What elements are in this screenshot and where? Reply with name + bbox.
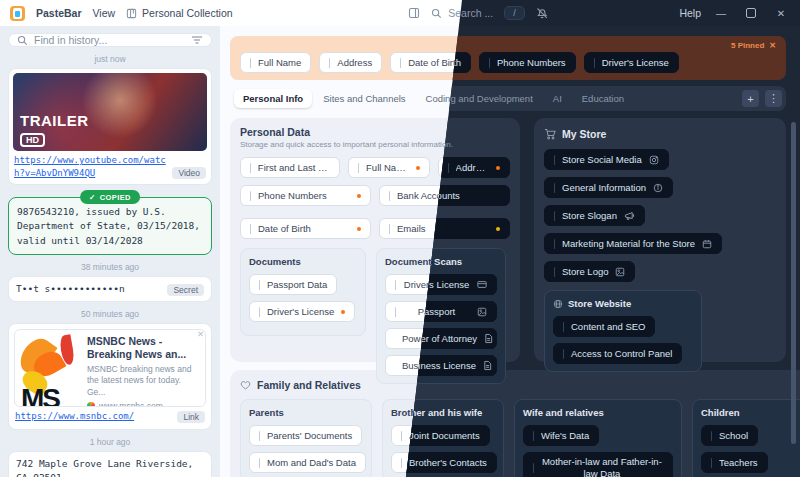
tab-personal-info[interactable]: Personal Info [234, 89, 312, 108]
more-options-button[interactable]: ⋮ [765, 90, 782, 107]
preview-domain: www.msnbc.com [87, 401, 199, 408]
board-icon [126, 8, 137, 19]
history-item-secret[interactable]: T••t s••••••••••••n Secret [8, 276, 212, 302]
clip-parents-documents[interactable]: Parents' Documents [249, 425, 362, 446]
hd-badge: HD [20, 133, 45, 147]
split-panel-icon[interactable] [408, 7, 420, 19]
history-item-link-preview[interactable]: ✕ MS MSNBC News - Breaking News an... MS… [8, 323, 212, 430]
history-group-time: 50 minutes ago [8, 309, 212, 319]
msnbc-url-link[interactable]: https://www.msnbc.com/ [15, 410, 171, 423]
social-media-icon [649, 155, 659, 165]
clip-date-of-birth[interactable]: Date of Birth [240, 218, 371, 239]
clip-mom-and-dads-data[interactable]: Mom and Dad's Data [249, 452, 366, 473]
preview-title: MSNBC News - Breaking News an... [87, 335, 199, 361]
close-icon[interactable]: ✕ [197, 329, 204, 339]
link-preview-card: MS MSNBC News - Breaking News an... MSNB… [14, 329, 206, 407]
cart-icon [544, 128, 556, 140]
info-icon [653, 183, 663, 193]
megaphone-icon [624, 211, 635, 221]
clip-mother-in-law-and-father-in-law-data[interactable]: Mother-in-law and Father-in-law Data [523, 452, 673, 477]
help-menu[interactable]: Help [679, 7, 701, 19]
search-icon [431, 8, 442, 19]
panel-title: Family and Relatives [257, 379, 361, 391]
link-type-badge: Link [177, 411, 205, 423]
clip-content-and-seo[interactable]: Content and SEO [553, 316, 655, 337]
history-search-input[interactable]: Find in history... [8, 33, 212, 47]
clip-first-and-last-name[interactable]: First and Last Name [240, 157, 340, 178]
history-item-video[interactable]: TRAILER HD https://www.youtube.com/watch… [8, 68, 212, 185]
calendar-icon [702, 239, 712, 249]
collection-label: Personal Collection [142, 7, 232, 19]
clip-teachers[interactable]: Teachers [701, 452, 768, 473]
clip-phone-numbers[interactable]: Phone Numbers [240, 185, 371, 206]
video-type-badge: Video [172, 167, 206, 179]
tab-sites-and-channels[interactable]: Sites and Channels [314, 89, 414, 108]
clip-access-to-control-panel[interactable]: Access to Control Panel [553, 343, 682, 364]
history-search-placeholder: Find in history... [34, 34, 185, 46]
video-thumbnail: TRAILER HD [13, 73, 207, 151]
filter-icon[interactable] [191, 35, 203, 45]
scrollbar-thumb[interactable] [791, 122, 796, 444]
clip-marketing-material[interactable]: Marketing Material for the Store [544, 233, 722, 254]
tab-education[interactable]: Education [573, 89, 633, 108]
clip-general-information[interactable]: General Information [544, 177, 673, 198]
group-title: Store Website [568, 298, 631, 309]
close-icon[interactable]: ✕ [769, 41, 776, 50]
pinned-clip-phone-numbers[interactable]: Phone Numbers [479, 52, 576, 73]
close-button[interactable]: ✕ [772, 8, 790, 19]
maximize-button[interactable] [746, 8, 756, 18]
heart-icon [240, 380, 251, 390]
history-group-time: 1 hour ago [8, 437, 212, 447]
pinned-clip-address[interactable]: Address [319, 52, 382, 73]
group-title: Documents [249, 256, 357, 267]
menu-view[interactable]: View [93, 7, 116, 19]
history-sidebar: Find in history... just now TRAILER HD h… [0, 26, 220, 477]
clip-full-name[interactable]: Full Name [348, 157, 430, 178]
minimize-button[interactable]: — [712, 8, 730, 19]
pinned-count[interactable]: 5 Pinned ✕ [731, 41, 776, 50]
image-icon [477, 307, 487, 317]
search-icon [17, 35, 28, 46]
pinned-clip-full-name[interactable]: Full Name [240, 52, 311, 73]
group-children: Children School Teachers Network Access [692, 399, 800, 477]
address-text: 742 Maple Grove Lane Riverside, CA 92501 [16, 457, 204, 477]
favicon-icon [87, 402, 95, 408]
search-shortcut-key: / [504, 6, 525, 20]
clip-school[interactable]: School [701, 425, 758, 446]
tab-ai[interactable]: AI [544, 89, 571, 108]
history-item-address[interactable]: 742 Maple Grove Lane Riverside, CA 92501 [8, 451, 212, 477]
history-group-time: just now [8, 54, 212, 64]
msnbc-logo-text: MS [21, 383, 59, 407]
clip-store-slogan[interactable]: Store Slogan [544, 205, 645, 226]
copied-text: 9876543210, issued by U.S. Department of… [17, 205, 203, 248]
notifications-off-icon[interactable] [536, 7, 548, 19]
pinned-clip-drivers-license[interactable]: Driver's License [584, 52, 679, 73]
add-tab-button[interactable]: + [742, 90, 759, 107]
document-icon [484, 333, 493, 344]
preview-description: MSNBC breaking news and the latest news … [87, 364, 199, 397]
group-documents: Documents Passport Data Driver's License [240, 248, 366, 336]
video-thumb-title: TRAILER [20, 112, 89, 129]
image-icon [615, 267, 625, 277]
group-store-website: Store Website Content and SEO Access to … [544, 290, 702, 372]
panel-title: My Store [562, 128, 606, 140]
id-card-icon [477, 280, 487, 289]
board-scrollbar[interactable] [791, 122, 796, 472]
clip-wifes-data[interactable]: Wife's Data [523, 425, 599, 446]
clip-store-social-media[interactable]: Store Social Media [544, 149, 669, 170]
document-icon [483, 360, 492, 371]
menu-pastebar[interactable]: PasteBar [36, 7, 82, 19]
clip-passport-data[interactable]: Passport Data [249, 274, 337, 295]
group-wife-and-relatives: Wife and relatives Wife's Data Mother-in… [514, 399, 682, 477]
clip-drivers-license[interactable]: Driver's License [249, 301, 355, 322]
globe-icon [553, 299, 563, 309]
collection-selector[interactable]: Personal Collection [126, 7, 232, 19]
video-url-link[interactable]: https://www.youtube.com/watch?v=AbvDnYW9… [14, 154, 166, 179]
clip-address[interactable]: Address [438, 157, 510, 178]
history-item-copied[interactable]: ✓ COPIED 9876543210, issued by U.S. Depa… [8, 197, 212, 255]
group-title: Wife and relatives [523, 407, 673, 418]
group-title: Parents [249, 407, 363, 418]
secret-badge: Secret [167, 284, 204, 296]
clip-store-logo[interactable]: Store Logo [544, 261, 635, 282]
check-icon: ✓ [89, 193, 96, 202]
